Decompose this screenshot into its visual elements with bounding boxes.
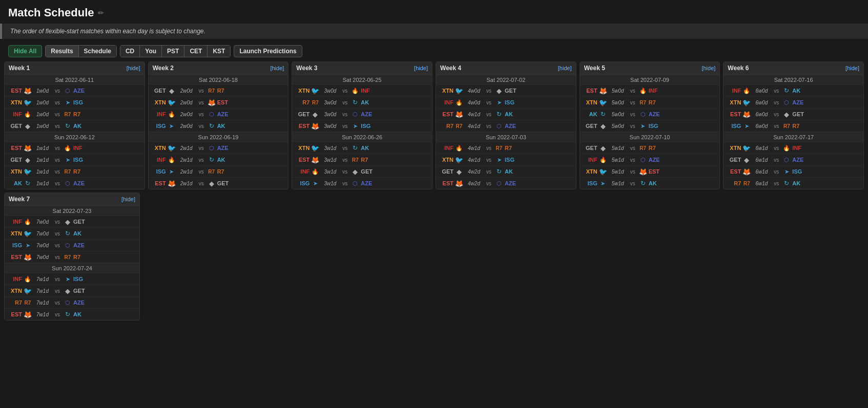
match-record: 6w1d xyxy=(752,157,771,163)
match-row[interactable]: XTN 🐦 4w0d vs ◆ GET xyxy=(436,85,576,97)
match-row[interactable]: EST 🦊 1w1d vs 🔥 INF xyxy=(5,142,144,154)
hide-link[interactable]: [hide] xyxy=(701,65,715,71)
match-row[interactable]: XTN 🐦 5w0d vs R7 R7 xyxy=(580,97,720,109)
match-row[interactable]: EST 🦊 2w1d vs ◆ GET xyxy=(149,178,288,189)
schedule-button[interactable]: Schedule xyxy=(79,46,116,57)
match-row[interactable]: ISG ➤ 3w1d vs ⬡ AZE xyxy=(292,178,432,189)
match-row[interactable]: INF 🔥 7w1d vs ➤ ISG xyxy=(5,273,139,285)
match-row[interactable]: GET ◆ 3w0d vs ⬡ AZE xyxy=(292,109,432,120)
match-row[interactable]: XTN 🐦 3w0d vs 🔥 INF xyxy=(292,85,432,97)
vs-icon: vs xyxy=(628,143,637,153)
right-team-abbr: AK xyxy=(73,230,88,237)
match-row[interactable]: GET ◆ 6w1d vs ⬡ AZE xyxy=(724,154,863,166)
match-row[interactable]: ISG ➤ 2w1d vs R7 R7 xyxy=(149,166,288,178)
left-team-abbr: R7 xyxy=(439,123,453,129)
pst-button[interactable]: PST xyxy=(162,46,184,57)
match-row[interactable]: EST 🦊 4w1d vs ↻ AK xyxy=(436,109,576,120)
hide-link[interactable]: [hide] xyxy=(414,65,428,71)
match-row[interactable]: EST 🦊 4w2d vs ⬡ AZE xyxy=(436,178,576,189)
match-row[interactable]: XTN 🐦 1w1d vs R7 R7 xyxy=(5,166,144,178)
match-row[interactable]: INF 🔥 2w1d vs ↻ AK xyxy=(149,154,288,166)
right-team-icon: ↻ xyxy=(207,121,216,131)
match-record: 6w0d xyxy=(752,88,771,94)
match-row[interactable]: EST 🦊 6w0d vs ◆ GET xyxy=(724,109,863,120)
hide-link[interactable]: [hide] xyxy=(121,196,135,202)
match-row[interactable]: EST 🦊 5w0d vs 🔥 INF xyxy=(580,85,720,97)
match-row[interactable]: EST 🦊 3w0d vs ➤ ISG xyxy=(292,120,432,132)
match-row[interactable]: GET ◆ 1w1d vs ➤ ISG xyxy=(5,154,144,166)
match-row[interactable]: GET ◆ 5w1d vs R7 R7 xyxy=(580,142,720,154)
match-row[interactable]: GET ◆ 2w0d vs R7 R7 xyxy=(149,85,288,97)
match-row[interactable]: XTN 🐦 7w0d vs ↻ AK xyxy=(5,228,139,240)
match-row[interactable]: INF 🔥 4w1d vs R7 R7 xyxy=(436,142,576,154)
match-row[interactable]: INF 🔥 5w1d vs ⬡ AZE xyxy=(580,154,720,166)
match-row[interactable]: ISG ➤ 6w0d vs R7 R7 xyxy=(724,120,863,132)
match-row[interactable]: EST 🦊 1w0d vs ⬡ AZE xyxy=(5,85,144,97)
right-team-icon: R7 xyxy=(63,252,72,262)
match-row[interactable]: INF 🔥 1w0d vs R7 R7 xyxy=(5,109,144,120)
match-row[interactable]: XTN 🐦 4w1d vs ➤ ISG xyxy=(436,154,576,166)
match-row[interactable]: R7 R7 6w1d vs ↻ AK xyxy=(724,178,863,189)
vs-icon: vs xyxy=(628,110,637,119)
left-team-icon: ➤ xyxy=(311,179,320,188)
right-team-abbr: AK xyxy=(505,111,519,117)
results-button[interactable]: Results xyxy=(46,46,78,57)
match-row[interactable]: INF 🔥 3w1d vs ◆ GET xyxy=(292,166,432,178)
match-row[interactable]: GET ◆ 4w2d vs ↻ AK xyxy=(436,166,576,178)
hide-link[interactable]: [hide] xyxy=(270,65,284,71)
right-team-abbr: ISG xyxy=(649,123,663,129)
match-record: 1w0d xyxy=(33,88,52,94)
you-button[interactable]: You xyxy=(140,46,162,57)
edit-icon[interactable]: ✏ xyxy=(98,9,104,17)
vs-icon: vs xyxy=(197,98,206,107)
left-team-icon: 🐦 xyxy=(23,98,32,107)
cet-button[interactable]: CET xyxy=(184,46,208,57)
match-row[interactable]: INF 🔥 2w0d vs ⬡ AZE xyxy=(149,109,288,120)
match-row[interactable]: INF 🔥 4w0d vs ➤ ISG xyxy=(436,97,576,109)
match-row[interactable]: R7 R7 3w0d vs ↻ AK xyxy=(292,97,432,109)
left-team-icon: R7 xyxy=(23,298,32,307)
left-team-abbr: INF xyxy=(727,88,741,94)
match-row[interactable]: XTN 🐦 6w0d vs ⬡ AZE xyxy=(724,97,863,109)
right-team-icon: R7 xyxy=(638,98,648,107)
hide-all-button[interactable]: Hide All xyxy=(8,45,42,57)
match-row[interactable]: INF 🔥 7w0d vs ◆ GET xyxy=(5,216,139,228)
timezone-group: CD You PST CET KST xyxy=(120,45,231,57)
match-row[interactable]: AK ↻ 5w0d vs ⬡ AZE xyxy=(580,109,720,120)
vs-icon: vs xyxy=(484,98,493,107)
match-row[interactable]: EST 🦊 6w1d vs ➤ ISG xyxy=(724,166,863,178)
left-team-icon: ➤ xyxy=(167,167,176,176)
match-row[interactable]: XTN 🐦 1w0d vs ➤ ISG xyxy=(5,97,144,109)
match-row[interactable]: XTN 🐦 7w1d vs ◆ GET xyxy=(5,285,139,297)
match-row[interactable]: XTN 🐦 6w1d vs 🔥 INF xyxy=(724,142,863,154)
match-row[interactable]: ISG ➤ 5w1d vs ↻ AK xyxy=(580,178,720,189)
match-row[interactable]: EST 🦊 7w0d vs R7 R7 xyxy=(5,251,139,263)
kst-button[interactable]: KST xyxy=(208,46,230,57)
hide-link[interactable]: [hide] xyxy=(127,65,140,71)
hide-link[interactable]: [hide] xyxy=(558,65,572,71)
match-row[interactable]: GET ◆ 5w0d vs ➤ ISG xyxy=(580,120,720,132)
launch-predictions-button[interactable]: Launch Predictions xyxy=(234,45,302,57)
match-row[interactable]: INF 🔥 6w0d vs ↻ AK xyxy=(724,85,863,97)
match-row[interactable]: XTN 🐦 5w1d vs 🦊 EST xyxy=(580,166,720,178)
match-record: 6w0d xyxy=(752,123,771,129)
match-row[interactable]: XTN 🐦 3w1d vs ↻ AK xyxy=(292,142,432,154)
match-row[interactable]: EST 🦊 7w1d vs ↻ AK xyxy=(5,309,139,320)
match-row[interactable]: XTN 🐦 2w1d vs ⬡ AZE xyxy=(149,142,288,154)
left-team-icon: 🐦 xyxy=(23,229,32,238)
right-team-icon: ◆ xyxy=(207,179,216,188)
match-row[interactable]: R7 R7 7w1d vs ⬡ AZE xyxy=(5,297,139,309)
match-row[interactable]: GET ◆ 1w0d vs ↻ AK xyxy=(5,120,144,132)
match-row[interactable]: ISG ➤ 7w0d vs ⬡ AZE xyxy=(5,240,139,251)
match-row[interactable]: AK ↻ 1w1d vs ⬡ AZE xyxy=(5,178,144,189)
left-team-abbr: INF xyxy=(152,111,166,117)
left-team-icon: ➤ xyxy=(742,121,751,131)
hide-link[interactable]: [hide] xyxy=(845,65,859,71)
right-team-abbr: ISG xyxy=(505,157,519,163)
match-row[interactable]: XTN 🐦 2w0d vs 🦊 EST xyxy=(149,97,288,109)
cd-button[interactable]: CD xyxy=(120,46,140,57)
match-row[interactable]: EST 🦊 3w1d vs R7 R7 xyxy=(292,154,432,166)
right-team-abbr: GET xyxy=(361,168,375,175)
match-row[interactable]: R7 R7 4w1d vs ⬡ AZE xyxy=(436,120,576,132)
match-row[interactable]: ISG ➤ 2w0d vs ↻ AK xyxy=(149,120,288,132)
